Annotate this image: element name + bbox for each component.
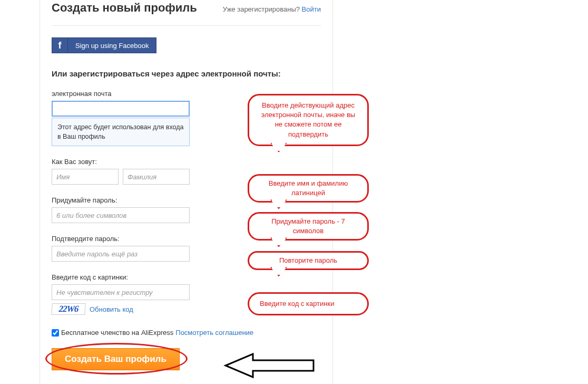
annotation-confirm: Повторите пароль xyxy=(248,251,369,270)
email-input[interactable] xyxy=(52,101,190,117)
captcha-label: Введите код с картинки: xyxy=(52,273,321,281)
create-profile-button[interactable]: Создать Ваш профиль xyxy=(52,348,180,370)
header: Создать новый профиль Уже зарегистрирова… xyxy=(52,0,321,26)
annotation-email: Вводите действующий адрес электронной по… xyxy=(248,94,369,146)
page-title: Создать новый профиль xyxy=(52,1,197,15)
captcha-input[interactable] xyxy=(52,284,190,300)
first-name-input[interactable] xyxy=(52,169,119,185)
agreement-row: Бесплатное членство на AliExpress Посмот… xyxy=(52,329,321,337)
captcha-refresh-link[interactable]: Обновить код xyxy=(90,305,133,313)
annotation-password: Придумайте пароль - 7 символов xyxy=(248,212,369,241)
password-input[interactable] xyxy=(52,207,190,223)
name-label: Как Вас зовут: xyxy=(52,158,321,166)
email-section-heading: Или зарегистрироваться через адрес элект… xyxy=(52,69,321,78)
annotation-captcha: Введите код с картинки xyxy=(248,292,369,315)
already-registered: Уже зарегистрированы? Войти xyxy=(223,5,321,13)
email-hint: Этот адрес будет использован для входа в… xyxy=(52,118,190,146)
facebook-icon: f xyxy=(52,37,68,53)
submit-wrap: Создать Ваш профиль xyxy=(52,348,321,370)
already-text: Уже зарегистрированы? xyxy=(223,5,302,13)
last-name-input[interactable] xyxy=(123,169,190,185)
annotation-name: Введите имя и фамилию латиницей xyxy=(248,174,369,203)
confirm-password-input[interactable] xyxy=(52,246,190,262)
facebook-signup-button[interactable]: f Sign up using Facebook xyxy=(52,37,156,53)
login-link[interactable]: Войти xyxy=(302,5,321,13)
agreement-text: Бесплатное членство на AliExpress xyxy=(61,329,173,337)
agreement-link[interactable]: Посмотреть соглашение xyxy=(175,329,253,337)
captcha-image: 22W6 xyxy=(51,303,86,315)
agreement-checkbox[interactable] xyxy=(52,329,59,337)
facebook-label: Sign up using Facebook xyxy=(68,42,156,50)
